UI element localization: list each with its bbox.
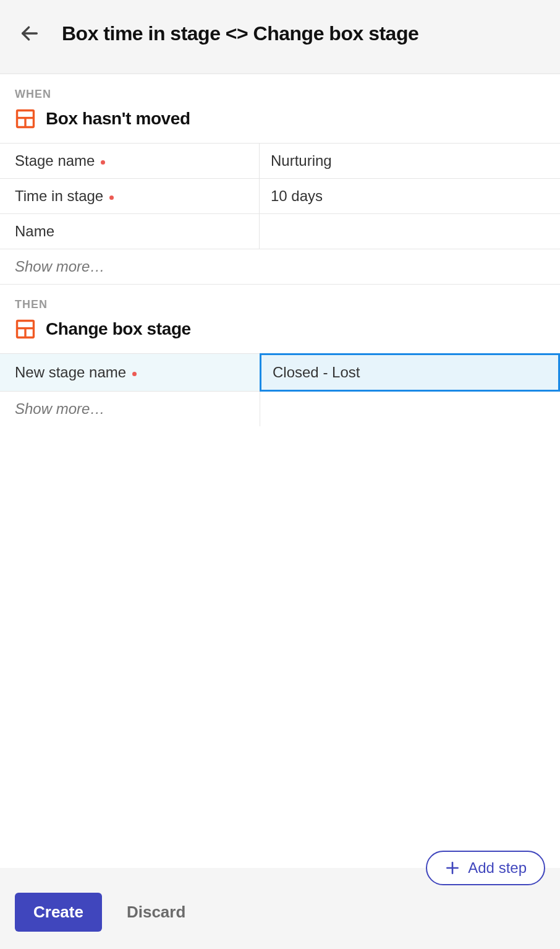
then-title: Change box stage [46,319,191,339]
create-button[interactable]: Create [15,893,102,932]
then-title-row[interactable]: Change box stage [0,314,560,354]
divider [260,392,260,426]
required-dot-icon [132,372,137,376]
box-icon [15,319,36,340]
add-step-button[interactable]: Add step [426,851,545,885]
then-section: THEN Change box stage New stage name Clo… [0,285,560,426]
field-row-name[interactable]: Name [0,214,560,249]
field-row-stage-name[interactable]: Stage name Nurturing [0,144,560,179]
field-label-text: Stage name [15,152,95,170]
back-button[interactable] [15,19,45,48]
field-label: Stage name [0,144,260,178]
show-more-label: Show more… [15,258,104,275]
when-fields: Stage name Nurturing Time in stage 10 da… [0,144,560,285]
field-label-text: Name [15,223,54,240]
field-label: Name [0,214,260,249]
field-label: New stage name [0,354,260,391]
discard-button[interactable]: Discard [127,903,185,922]
field-label-text: Time in stage [15,187,103,205]
when-section: WHEN Box hasn't moved Stage name Nurturi… [0,74,560,285]
arrow-left-icon [19,23,40,44]
when-title-row[interactable]: Box hasn't moved [0,103,560,144]
box-icon [15,108,36,129]
when-label: WHEN [15,88,545,101]
plus-icon [444,860,460,876]
then-fields: New stage name Closed - Lost Show more… [0,354,560,426]
page-title: Box time in stage <> Change box stage [62,22,418,45]
header: Box time in stage <> Change box stage [0,0,560,74]
then-section-head: THEN [0,285,560,314]
when-title: Box hasn't moved [46,109,190,129]
add-step-wrap: Add step [0,851,560,885]
field-value[interactable] [260,214,560,249]
when-show-more[interactable]: Show more… [0,249,560,285]
then-show-more[interactable]: Show more… [0,392,560,426]
show-more-label: Show more… [15,400,260,418]
when-section-head: WHEN [0,74,560,103]
field-value[interactable]: 10 days [260,179,560,213]
field-row-time-in-stage[interactable]: Time in stage 10 days [0,179,560,214]
required-dot-icon [101,160,105,165]
field-value[interactable]: Nurturing [260,144,560,178]
field-label: Time in stage [0,179,260,213]
field-label-text: New stage name [15,364,126,381]
spacer [0,426,560,851]
required-dot-icon [109,195,114,200]
field-row-new-stage-name[interactable]: New stage name Closed - Lost [0,354,560,392]
add-step-label: Add step [468,859,527,877]
then-label: THEN [15,298,545,311]
field-value[interactable]: Closed - Lost [260,353,560,392]
